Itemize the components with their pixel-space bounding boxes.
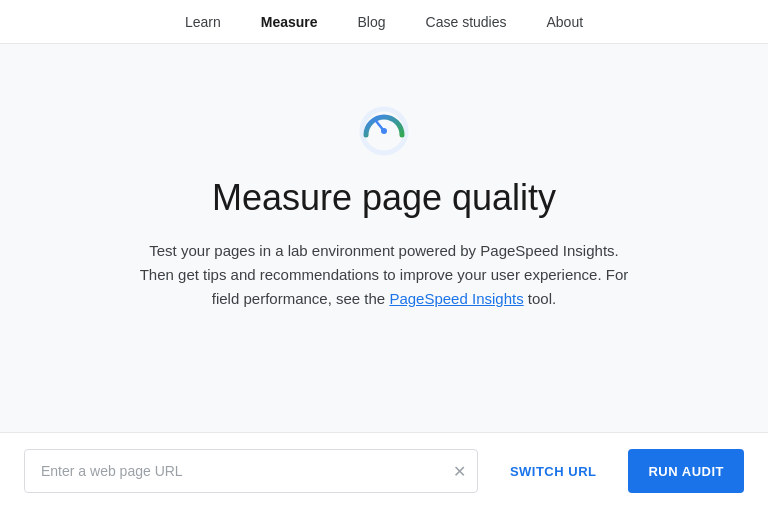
page-title: Measure page quality xyxy=(212,177,556,219)
nav-items: Learn Measure Blog Case studies About xyxy=(185,10,583,34)
description: Test your pages in a lab environment pow… xyxy=(134,239,634,311)
logo-icon xyxy=(358,105,410,177)
nav-item-about[interactable]: About xyxy=(547,10,584,34)
url-input[interactable] xyxy=(24,449,478,493)
nav-bar: Learn Measure Blog Case studies About xyxy=(0,0,768,44)
run-audit-button[interactable]: RUN AUDIT xyxy=(628,449,744,493)
pagespeed-insights-link[interactable]: PageSpeed Insights xyxy=(389,290,523,307)
description-text-2: tool. xyxy=(528,290,556,307)
nav-item-blog[interactable]: Blog xyxy=(358,10,386,34)
nav-item-measure[interactable]: Measure xyxy=(261,10,318,34)
switch-url-button[interactable]: SWITCH URL xyxy=(490,449,617,493)
bottom-bar: ✕ SWITCH URL RUN AUDIT xyxy=(0,432,768,509)
nav-item-learn[interactable]: Learn xyxy=(185,10,221,34)
url-input-wrapper: ✕ xyxy=(24,449,478,493)
clear-icon[interactable]: ✕ xyxy=(453,462,466,481)
svg-point-2 xyxy=(381,128,387,134)
main-content: Measure page quality Test your pages in … xyxy=(0,44,768,432)
nav-item-case-studies[interactable]: Case studies xyxy=(426,10,507,34)
